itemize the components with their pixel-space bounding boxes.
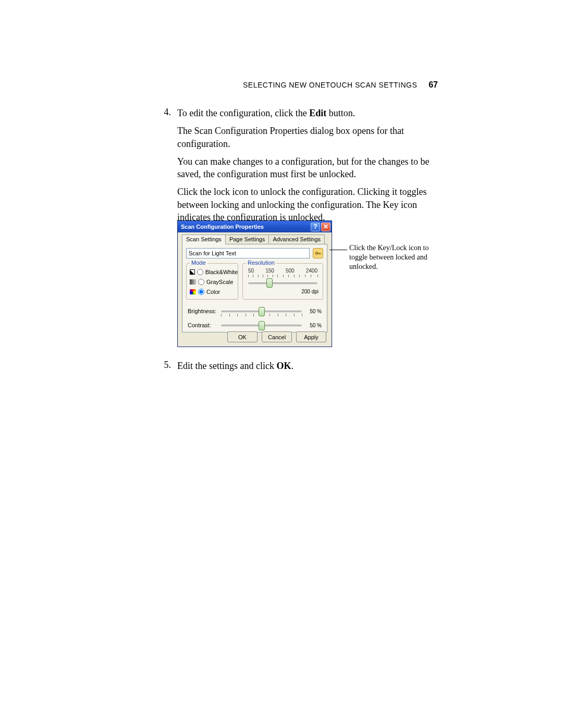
mode-grayscale[interactable]: GrayScale xyxy=(190,277,238,287)
step-5-number: 5. xyxy=(155,360,171,371)
mode-color[interactable]: Color xyxy=(190,287,238,297)
contrast-value: 50 % xyxy=(305,323,322,328)
contrast-row: Contrast: 50 % xyxy=(188,321,322,329)
brightness-label: Brightness: xyxy=(188,308,218,314)
dialog-title: Scan Configuration Properties xyxy=(181,224,311,230)
dialog-titlebar[interactable]: Scan Configuration Properties ? ✕ xyxy=(178,221,332,232)
brightness-slider[interactable] xyxy=(221,307,302,315)
mode-gs-radio[interactable] xyxy=(198,279,204,285)
lock-toggle-button[interactable] xyxy=(313,248,323,258)
mode-blackwhite[interactable]: Black&White xyxy=(190,267,238,277)
resolution-readout: 200 dpi xyxy=(301,289,319,294)
config-name-input[interactable] xyxy=(186,248,310,258)
step-4-line-3: You can make changes to a configuration,… xyxy=(177,155,439,181)
color-icon xyxy=(190,289,196,294)
resolution-slider[interactable] xyxy=(248,279,317,287)
step-4: 4. To edit the configuration, click the … xyxy=(156,107,439,229)
tab-page-settings[interactable]: Page Settings xyxy=(225,235,270,244)
resolution-tick-labels: 50 150 500 2400 xyxy=(248,268,317,274)
step-4-number: 4. xyxy=(155,107,171,118)
mode-bw-radio[interactable] xyxy=(197,269,203,275)
callout-leader-line xyxy=(329,250,347,250)
brightness-thumb[interactable] xyxy=(259,307,265,316)
dialog-tabs: Scan Settings Page Settings Advanced Set… xyxy=(182,235,324,244)
page-header: Selecting New OneTouch Scan Settings 67 xyxy=(243,80,438,90)
brightness-value: 50 % xyxy=(305,309,322,314)
contrast-slider[interactable] xyxy=(221,321,302,329)
step-4-line-1: To edit the configuration, click the Edi… xyxy=(177,107,439,119)
mode-color-radio[interactable] xyxy=(198,289,204,295)
key-icon xyxy=(315,250,321,256)
step-4-line-2: The Scan Configuration Properties dialog… xyxy=(177,125,439,150)
document-page: Selecting New OneTouch Scan Settings 67 … xyxy=(0,0,563,728)
brightness-row: Brightness: 50 % xyxy=(188,307,322,315)
contrast-thumb[interactable] xyxy=(259,321,265,330)
contrast-label: Contrast: xyxy=(188,322,218,328)
resolution-fieldset: Resolution 50 150 500 2400 xyxy=(242,263,323,300)
tab-scan-settings[interactable]: Scan Settings xyxy=(182,235,226,244)
step-4-line-4: Click the lock icon to unlock the config… xyxy=(177,186,439,224)
bw-icon xyxy=(190,269,195,275)
grayscale-icon xyxy=(190,279,196,285)
svg-point-0 xyxy=(316,252,318,254)
help-button[interactable]: ? xyxy=(311,223,320,231)
dialog-button-row: OK Cancel Apply xyxy=(227,331,326,342)
scan-settings-panel: Mode Black&White GrayScale xyxy=(182,244,327,332)
ok-button[interactable]: OK xyxy=(227,331,258,342)
resolution-thumb[interactable] xyxy=(266,278,273,288)
scan-config-dialog: Scan Configuration Properties ? ✕ Scan S… xyxy=(177,220,332,347)
page-number: 67 xyxy=(429,80,438,89)
resolution-legend: Resolution xyxy=(246,260,276,266)
apply-button[interactable]: Apply xyxy=(296,331,326,342)
callout-text: Click the Key/Lock icon to toggle betwee… xyxy=(349,243,440,272)
mode-legend: Mode xyxy=(190,260,207,266)
step-5: 5. Edit the settings and click OK. xyxy=(156,360,439,377)
section-title: Selecting New OneTouch Scan Settings xyxy=(243,81,417,89)
mode-fieldset: Mode Black&White GrayScale xyxy=(186,263,238,300)
tab-advanced-settings[interactable]: Advanced Settings xyxy=(268,235,325,244)
close-button[interactable]: ✕ xyxy=(321,223,331,231)
cancel-button[interactable]: Cancel xyxy=(262,331,292,342)
step-5-line-1: Edit the settings and click OK. xyxy=(177,360,439,372)
